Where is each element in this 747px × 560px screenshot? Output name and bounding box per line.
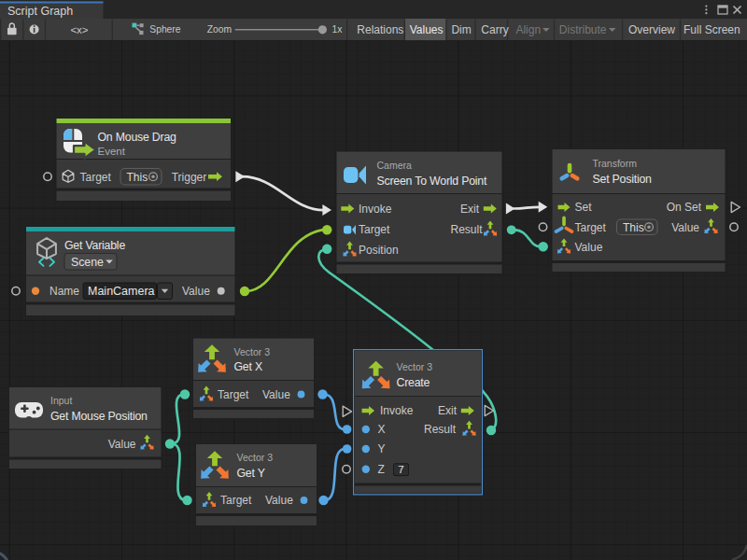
svg-text:Vector 3: Vector 3 (397, 361, 433, 372)
svg-text:Invoke: Invoke (380, 404, 414, 417)
svg-text:Result: Result (450, 223, 483, 236)
svg-text:Name: Name (49, 285, 79, 298)
svg-text:7: 7 (398, 464, 403, 475)
svg-text:Get Y: Get Y (237, 467, 265, 480)
svg-text:Values: Values (410, 23, 444, 36)
svg-text:Position: Position (359, 244, 399, 257)
svg-text:Vector 3: Vector 3 (234, 346, 271, 357)
svg-text:Get Mouse Position: Get Mouse Position (50, 410, 148, 423)
svg-text:Value: Value (108, 438, 136, 451)
svg-text:Trigger: Trigger (172, 171, 207, 184)
svg-text:<x>: <x> (70, 24, 88, 35)
svg-text:Set: Set (575, 201, 593, 214)
svg-text:Target: Target (575, 221, 607, 234)
svg-text:X: X (378, 423, 386, 436)
svg-text:Target: Target (359, 223, 390, 236)
svg-text:Get X: Get X (234, 360, 262, 373)
svg-text:Transform: Transform (593, 158, 638, 169)
svg-text:This: This (623, 221, 644, 234)
svg-text:Create: Create (397, 376, 430, 389)
svg-text:Script Graph: Script Graph (7, 5, 73, 18)
svg-text:Relations: Relations (357, 23, 403, 36)
svg-text:On Set: On Set (667, 201, 702, 214)
svg-text:Overview: Overview (628, 23, 675, 36)
svg-text:Input: Input (50, 395, 72, 406)
svg-text:Vector 3: Vector 3 (237, 452, 274, 463)
svg-text:Align: Align (515, 23, 541, 36)
svg-text:Zoom: Zoom (207, 24, 232, 35)
svg-text:Exit: Exit (438, 404, 458, 417)
svg-text:Target: Target (218, 388, 249, 401)
svg-text:Get Variable: Get Variable (64, 239, 125, 252)
svg-text:Value: Value (182, 285, 210, 298)
svg-text:Target: Target (80, 171, 112, 184)
svg-text:Value: Value (265, 494, 293, 507)
svg-text:MainCamera: MainCamera (88, 285, 155, 298)
svg-text:Invoke: Invoke (359, 203, 392, 216)
svg-text:Z: Z (378, 463, 385, 476)
svg-text:Y: Y (378, 442, 386, 455)
svg-text:1x: 1x (332, 24, 344, 35)
svg-text:Screen To World Point: Screen To World Point (377, 175, 487, 188)
svg-text:On Mouse Drag: On Mouse Drag (98, 131, 177, 144)
svg-text:Value: Value (671, 221, 699, 234)
svg-text:Distribute: Distribute (559, 23, 607, 36)
svg-text:Full Screen: Full Screen (684, 23, 740, 36)
svg-text:Value: Value (262, 388, 290, 401)
svg-text:Exit: Exit (460, 203, 480, 216)
svg-text:Carry: Carry (481, 23, 508, 36)
svg-text:Camera: Camera (377, 160, 413, 171)
svg-text:Set Position: Set Position (593, 173, 653, 186)
svg-text:Result: Result (424, 423, 457, 436)
svg-text:This: This (127, 171, 148, 184)
svg-text:Sphere: Sphere (149, 24, 180, 35)
svg-text:Scene: Scene (71, 256, 104, 269)
svg-text:Target: Target (220, 494, 252, 507)
svg-text:Value: Value (575, 241, 603, 254)
svg-text:Event: Event (98, 146, 126, 157)
svg-text:Dim: Dim (451, 23, 471, 36)
